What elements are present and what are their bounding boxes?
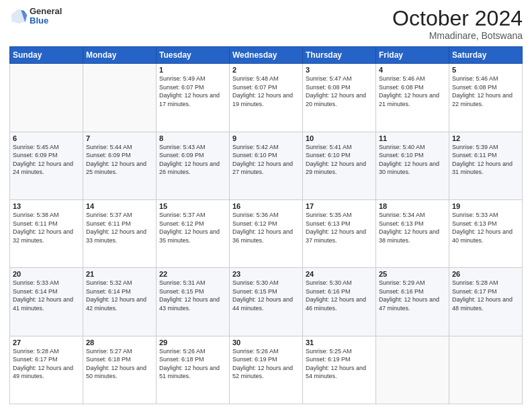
day-number: 24 [306, 270, 373, 278]
cell-info: Sunrise: 5:26 AMSunset: 6:19 PMDaylight:… [232, 347, 300, 381]
day-number: 13 [13, 202, 80, 210]
calendar: Sunday Monday Tuesday Wednesday Thursday… [9, 46, 523, 404]
cell-info: Sunrise: 5:33 AMSunset: 6:13 PMDaylight:… [452, 211, 519, 244]
day-number: 26 [452, 270, 519, 278]
table-row: 20Sunrise: 5:33 AMSunset: 6:14 PMDayligh… [10, 268, 83, 336]
day-number: 5 [452, 66, 519, 74]
table-row: 31Sunrise: 5:25 AMSunset: 6:19 PMDayligh… [303, 336, 376, 404]
day-number: 30 [232, 338, 300, 347]
table-row: 23Sunrise: 5:30 AMSunset: 6:15 PMDayligh… [230, 268, 303, 336]
table-row: 29Sunrise: 5:26 AMSunset: 6:18 PMDayligh… [157, 336, 230, 404]
logo-general: General [30, 7, 62, 16]
table-row: 28Sunrise: 5:27 AMSunset: 6:18 PMDayligh… [83, 336, 157, 404]
cell-info: Sunrise: 5:35 AMSunset: 6:13 PMDaylight:… [306, 211, 373, 244]
logo: General Blue [9, 7, 62, 26]
table-row [10, 64, 83, 132]
day-number: 6 [13, 134, 80, 142]
cell-info: Sunrise: 5:29 AMSunset: 6:16 PMDaylight:… [379, 279, 446, 312]
table-row: 14Sunrise: 5:37 AMSunset: 6:11 PMDayligh… [83, 199, 157, 267]
table-row: 18Sunrise: 5:34 AMSunset: 6:13 PMDayligh… [376, 199, 449, 267]
day-number: 25 [379, 270, 446, 278]
table-row: 16Sunrise: 5:36 AMSunset: 6:12 PMDayligh… [230, 199, 303, 267]
cell-info: Sunrise: 5:34 AMSunset: 6:13 PMDaylight:… [379, 211, 446, 244]
day-number: 18 [379, 202, 446, 210]
cell-info: Sunrise: 5:43 AMSunset: 6:09 PMDaylight:… [159, 143, 226, 177]
day-number: 1 [159, 66, 226, 74]
day-number: 22 [159, 270, 226, 278]
cell-info: Sunrise: 5:30 AMSunset: 6:16 PMDaylight:… [306, 279, 373, 312]
table-row: 21Sunrise: 5:32 AMSunset: 6:14 PMDayligh… [83, 268, 157, 336]
cell-info: Sunrise: 5:28 AMSunset: 6:17 PMDaylight:… [13, 347, 80, 381]
cell-info: Sunrise: 5:44 AMSunset: 6:09 PMDaylight:… [86, 143, 153, 177]
table-row [376, 336, 449, 404]
cell-info: Sunrise: 5:33 AMSunset: 6:14 PMDaylight:… [13, 279, 80, 312]
cell-info: Sunrise: 5:32 AMSunset: 6:14 PMDaylight:… [86, 279, 153, 312]
cell-info: Sunrise: 5:40 AMSunset: 6:10 PMDaylight:… [379, 143, 446, 177]
day-number: 31 [306, 338, 373, 347]
table-row: 8Sunrise: 5:43 AMSunset: 6:09 PMDaylight… [157, 132, 230, 199]
cell-info: Sunrise: 5:26 AMSunset: 6:18 PMDaylight:… [159, 347, 226, 381]
cell-info: Sunrise: 5:37 AMSunset: 6:12 PMDaylight:… [159, 211, 226, 244]
day-number: 9 [232, 134, 300, 142]
table-row: 15Sunrise: 5:37 AMSunset: 6:12 PMDayligh… [157, 199, 230, 267]
cell-info: Sunrise: 5:36 AMSunset: 6:12 PMDaylight:… [232, 211, 300, 244]
col-friday: Friday [376, 47, 449, 64]
logo-icon [9, 7, 28, 26]
table-row: 12Sunrise: 5:39 AMSunset: 6:11 PMDayligh… [449, 132, 523, 199]
col-thursday: Thursday [303, 47, 376, 64]
day-number: 8 [159, 134, 226, 142]
day-number: 16 [232, 202, 300, 210]
cell-info: Sunrise: 5:46 AMSunset: 6:08 PMDaylight:… [379, 75, 446, 108]
calendar-week-2: 6Sunrise: 5:45 AMSunset: 6:09 PMDaylight… [10, 132, 523, 199]
table-row: 19Sunrise: 5:33 AMSunset: 6:13 PMDayligh… [449, 199, 523, 267]
col-wednesday: Wednesday [230, 47, 303, 64]
day-number: 29 [159, 338, 226, 347]
cell-info: Sunrise: 5:47 AMSunset: 6:08 PMDaylight:… [306, 75, 373, 108]
table-row [83, 64, 157, 132]
day-number: 15 [159, 202, 226, 210]
cell-info: Sunrise: 5:31 AMSunset: 6:15 PMDaylight:… [159, 279, 226, 312]
table-row: 27Sunrise: 5:28 AMSunset: 6:17 PMDayligh… [10, 336, 83, 404]
page: General Blue October 2024 Mmadinare, Bot… [0, 0, 532, 411]
cell-info: Sunrise: 5:27 AMSunset: 6:18 PMDaylight:… [86, 347, 153, 381]
table-row: 26Sunrise: 5:28 AMSunset: 6:17 PMDayligh… [449, 268, 523, 336]
day-number: 3 [306, 66, 373, 74]
table-row: 11Sunrise: 5:40 AMSunset: 6:10 PMDayligh… [376, 132, 449, 199]
calendar-week-5: 27Sunrise: 5:28 AMSunset: 6:17 PMDayligh… [10, 336, 523, 404]
cell-info: Sunrise: 5:30 AMSunset: 6:15 PMDaylight:… [232, 279, 300, 312]
cell-info: Sunrise: 5:45 AMSunset: 6:09 PMDaylight:… [13, 143, 80, 177]
col-saturday: Saturday [449, 47, 523, 64]
cell-info: Sunrise: 5:49 AMSunset: 6:07 PMDaylight:… [159, 75, 226, 108]
day-number: 12 [452, 134, 519, 142]
table-row: 5Sunrise: 5:46 AMSunset: 6:08 PMDaylight… [449, 64, 523, 132]
day-number: 28 [86, 338, 153, 347]
table-row: 17Sunrise: 5:35 AMSunset: 6:13 PMDayligh… [303, 199, 376, 267]
logo-blue: Blue [30, 16, 62, 26]
table-row: 9Sunrise: 5:42 AMSunset: 6:10 PMDaylight… [230, 132, 303, 199]
day-number: 20 [13, 270, 80, 278]
col-sunday: Sunday [10, 47, 83, 64]
cell-info: Sunrise: 5:41 AMSunset: 6:10 PMDaylight:… [306, 143, 373, 177]
day-number: 17 [306, 202, 373, 210]
table-row: 1Sunrise: 5:49 AMSunset: 6:07 PMDaylight… [157, 64, 230, 132]
table-row: 4Sunrise: 5:46 AMSunset: 6:08 PMDaylight… [376, 64, 449, 132]
calendar-week-3: 13Sunrise: 5:38 AMSunset: 6:11 PMDayligh… [10, 199, 523, 267]
cell-info: Sunrise: 5:28 AMSunset: 6:17 PMDaylight:… [452, 279, 519, 312]
cell-info: Sunrise: 5:38 AMSunset: 6:11 PMDaylight:… [13, 211, 80, 244]
location: Mmadinare, Botswana [392, 30, 523, 41]
cell-info: Sunrise: 5:37 AMSunset: 6:11 PMDaylight:… [86, 211, 153, 244]
table-row: 25Sunrise: 5:29 AMSunset: 6:16 PMDayligh… [376, 268, 449, 336]
calendar-week-4: 20Sunrise: 5:33 AMSunset: 6:14 PMDayligh… [10, 268, 523, 336]
day-number: 21 [86, 270, 153, 278]
day-number: 4 [379, 66, 446, 74]
cell-info: Sunrise: 5:42 AMSunset: 6:10 PMDaylight:… [232, 143, 300, 177]
table-row: 22Sunrise: 5:31 AMSunset: 6:15 PMDayligh… [157, 268, 230, 336]
day-number: 7 [86, 134, 153, 142]
day-number: 14 [86, 202, 153, 210]
cell-info: Sunrise: 5:46 AMSunset: 6:08 PMDaylight:… [452, 75, 519, 108]
table-row: 24Sunrise: 5:30 AMSunset: 6:16 PMDayligh… [303, 268, 376, 336]
day-number: 27 [13, 338, 80, 347]
day-number: 11 [379, 134, 446, 142]
calendar-header-row: Sunday Monday Tuesday Wednesday Thursday… [10, 47, 523, 64]
month-year: October 2024 [392, 7, 523, 30]
